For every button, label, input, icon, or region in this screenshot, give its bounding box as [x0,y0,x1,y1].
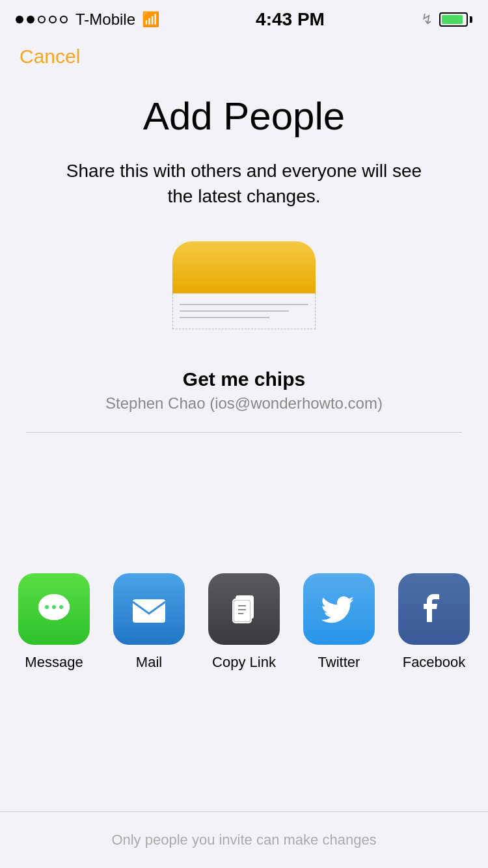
svg-point-3 [52,605,56,609]
signal-dot-5 [60,16,68,23]
copy-label: Copy Link [212,654,276,671]
document-name: Get me chips [183,368,305,390]
doc-line-2 [180,310,289,312]
separator [26,432,462,433]
signal-dot-2 [27,16,34,23]
battery-indicator [439,12,472,27]
share-item-mail[interactable]: Mail [108,573,190,671]
document-lines [172,293,316,329]
twitter-icon-wrapper [303,573,375,645]
share-section: Message Mail [0,541,488,697]
svg-point-2 [45,605,49,609]
message-label: Message [25,654,83,671]
page-subtitle: Share this with others and everyone will… [62,158,426,209]
document-preview [153,241,335,329]
carrier-label: T-Mobile [75,10,135,29]
document-owner: Stephen Chao (ios@wonderhowto.com) [105,394,383,413]
nav-bar: Cancel [0,39,488,81]
share-item-message[interactable]: Message [13,573,95,671]
battery-body [439,12,468,27]
battery-fill [442,15,463,24]
wifi-icon: 📶 [142,11,159,28]
mail-icon [126,586,172,632]
facebook-label: Facebook [403,654,466,671]
share-item-twitter[interactable]: Twitter [298,573,380,671]
status-bar: T-Mobile 📶 4:43 PM ↯ [0,0,488,39]
facebook-icon-wrapper [398,573,470,645]
message-icon [31,586,77,632]
mail-label: Mail [136,654,162,671]
status-bar-left: T-Mobile 📶 [16,10,159,29]
status-time: 4:43 PM [256,9,325,30]
footer-text: Only people you invite can make changes [0,812,488,868]
signal-dot-4 [49,16,57,23]
twitter-icon [316,586,362,632]
copy-icon-wrapper [208,573,280,645]
twitter-label: Twitter [318,654,360,671]
copy-icon [221,586,267,632]
cancel-button[interactable]: Cancel [20,46,80,68]
message-icon-wrapper [18,573,90,645]
mail-icon-wrapper [113,573,185,645]
doc-line-3 [180,317,270,318]
document-icon [172,241,316,293]
doc-line-1 [180,304,308,305]
svg-rect-8 [234,601,250,621]
share-item-copy[interactable]: Copy Link [203,573,285,671]
share-icons-row: Message Mail [0,573,488,671]
page-title: Add People [143,94,345,139]
bluetooth-icon: ↯ [421,11,433,28]
share-item-facebook[interactable]: Facebook [393,573,475,671]
status-bar-right: ↯ [421,11,472,28]
facebook-icon [411,586,457,632]
signal-strength [16,16,68,23]
signal-dot-1 [16,16,23,23]
svg-point-4 [59,605,63,609]
main-content: Add People Share this with others and ev… [0,81,488,541]
signal-dot-3 [38,16,46,23]
battery-tip [470,16,472,23]
svg-rect-5 [133,599,165,623]
